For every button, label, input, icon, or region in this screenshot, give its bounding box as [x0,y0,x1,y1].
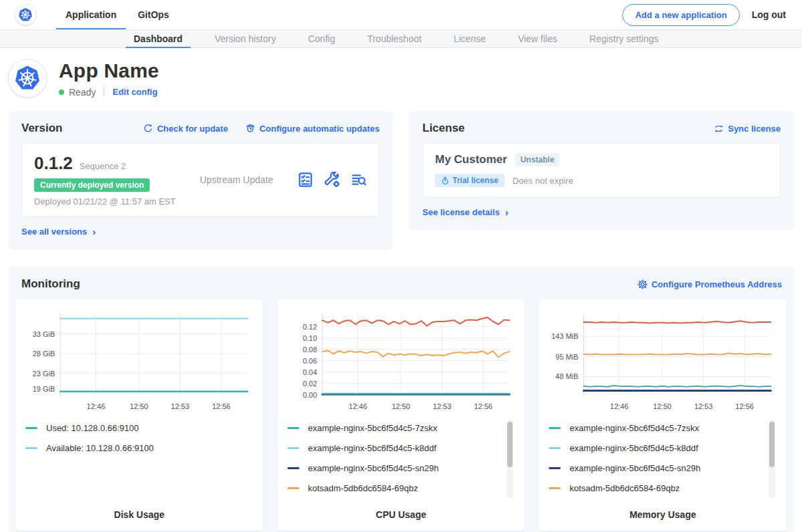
legend-item: example-nginx-5bc6f5d4c5-7zskx [287,418,523,438]
status-badge: Ready [69,87,96,98]
tab-version-history[interactable]: Version history [198,30,292,47]
legend-item: Used: 10.128.0.66:9100 [25,418,261,438]
license-card-title: License [422,122,464,135]
legend-color-dash [287,447,299,449]
svg-text:12:53: 12:53 [694,402,713,410]
tab-view-files[interactable]: View files [502,30,573,47]
chart-title: CPU Usage [279,501,523,520]
legend-item: Available: 10.128.0.66:9100 [25,438,261,458]
legend-item: example-nginx-5bc6f5d4c5-sn29h [549,458,785,479]
legend-item: example-nginx-5bc6f5d4c5-sn29h [287,458,523,479]
configure-automatic-updates-link[interactable]: Configure automatic updates [245,124,380,134]
legend-scrollbar[interactable] [769,420,775,499]
svg-text:12:56: 12:56 [474,402,493,410]
edit-config-button[interactable] [324,172,340,188]
disk-usage-legend: Used: 10.128.0.66:9100Available: 10.128.… [25,418,261,458]
legend-item: kotsadm-5db6dc6584-69qbz [287,479,523,499]
legend-item: example-nginx-5bc6f5d4c5-k8ddf [287,438,523,458]
version-card-title: Version [21,122,62,135]
see-all-versions-link[interactable]: See all versions › [21,226,96,237]
svg-text:12:46: 12:46 [610,402,629,410]
ready-status-dot [59,90,64,95]
legend-color-dash [287,427,299,429]
tab-dashboard[interactable]: Dashboard [118,30,198,47]
legend-color-dash [287,467,299,469]
legend-label: example-nginx-5bc6f5d4c5-7zskx [308,423,438,433]
sync-arrows-icon [714,124,724,134]
edit-config-link[interactable]: Edit config [112,87,157,97]
gear-icon [638,279,648,289]
view-deploy-logs-button[interactable] [351,172,367,188]
app-header: App Name Ready Edit config [0,48,802,107]
svg-text:0.00: 0.00 [303,391,317,399]
svg-text:95 MiB: 95 MiB [555,353,578,361]
tab-license[interactable]: License [438,30,502,47]
see-license-details-link[interactable]: See license details › [422,207,509,218]
kubernetes-wheel-icon [18,7,33,22]
nav-tab-label: Application [65,9,116,20]
divider [104,87,104,97]
page-title: App Name [59,59,159,82]
tab-registry-settings[interactable]: Registry settings [573,30,674,47]
scrollbar-thumb[interactable] [769,422,775,467]
legend-label: example-nginx-5bc6f5d4c5-sn29h [308,463,439,473]
nav-tab-gitops[interactable]: GitOps [127,0,180,29]
legend-label: example-nginx-5bc6f5d4c5-7zskx [569,423,699,433]
license-box: My Customer Unstable Trial license Does … [422,143,781,197]
schedule-clock-icon [245,124,255,134]
preflight-checks-button[interactable] [297,172,313,188]
legend-scrollbar[interactable] [507,420,513,499]
legend-color-dash [287,487,299,489]
sync-license-link[interactable]: Sync license [714,124,781,134]
legend-color-dash [25,447,37,449]
legend-label: example-nginx-5bc6f5d4c5-k8ddf [308,443,436,453]
legend-label: Available: 10.128.0.66:9100 [46,443,154,453]
monitoring-section: Monitoring Configure Prometheus Address … [8,267,794,532]
monitoring-title: Monitoring [21,277,80,291]
customer-name: My Customer [435,153,507,166]
tab-config[interactable]: Config [292,30,351,47]
chevron-right-icon: › [505,207,509,218]
svg-text:0.08: 0.08 [303,346,317,354]
legend-item: example-nginx-5bc6f5d4c5-k8ddf [549,438,785,458]
logout-button[interactable]: Log out [752,9,786,20]
add-application-button[interactable]: Add a new application [622,4,739,26]
svg-text:12:53: 12:53 [171,402,190,410]
license-type-badge: Trial license [435,174,505,187]
current-version-box: 0.1.2 Sequence 2 Currently deployed vers… [21,143,380,217]
cpu-usage-legend: example-nginx-5bc6f5d4c5-7zskxexample-ng… [287,418,523,499]
legend-label: example-nginx-5bc6f5d4c5-k8ddf [569,443,698,453]
tab-troubleshoot[interactable]: Troubleshoot [351,30,437,47]
legend-label: example-nginx-5bc6f5d4c5-sn29h [569,463,700,473]
nav-tab-application[interactable]: Application [55,0,127,29]
stopwatch-icon [441,176,449,185]
cpu-usage-chart: 0.120.100.080.060.040.020.0012:4612:5012… [279,307,523,414]
version-sequence: Sequence 2 [80,161,126,171]
legend-label: Used: 10.128.0.66:9100 [46,423,139,433]
svg-text:0.02: 0.02 [303,380,317,388]
see-license-details-row: See license details › [422,206,781,218]
update-type-label: Upstream Update [200,174,273,185]
chart-title: Disk Usage [17,501,261,520]
svg-text:12:50: 12:50 [392,402,410,410]
svg-text:23 GiB: 23 GiB [33,370,55,378]
svg-text:143 MiB: 143 MiB [551,332,578,340]
license-card: License Sync license My Customer Unstabl… [409,111,794,230]
svg-text:12:56: 12:56 [736,402,755,410]
svg-text:12:46: 12:46 [87,402,106,410]
kubernetes-logo[interactable] [15,4,36,25]
svg-text:19 GiB: 19 GiB [33,385,55,393]
check-for-update-link[interactable]: Check for update [143,124,228,134]
logs-magnifier-icon [351,172,367,188]
deployed-timestamp: Deployed 01/21/22 @ 11:57 am EST [34,196,176,207]
svg-text:12:56: 12:56 [212,402,231,410]
nav-tab-label: GitOps [138,9,169,20]
disk-usage-chart: 33 GiB28 GiB23 GiB19 GiB12:4612:5012:531… [17,307,261,414]
configure-prometheus-link[interactable]: Configure Prometheus Address [638,279,782,289]
kubernetes-wheel-icon [14,65,41,92]
version-number: 0.1.2 [34,153,73,174]
app-subnav: Dashboard Version history Config Trouble… [0,29,802,48]
cpu-usage-card: 0.120.100.080.060.040.020.0012:4612:5012… [278,299,525,531]
legend-item: example-nginx-5bc6f5d4c5-7zskx [549,418,785,438]
scrollbar-thumb[interactable] [507,422,513,467]
